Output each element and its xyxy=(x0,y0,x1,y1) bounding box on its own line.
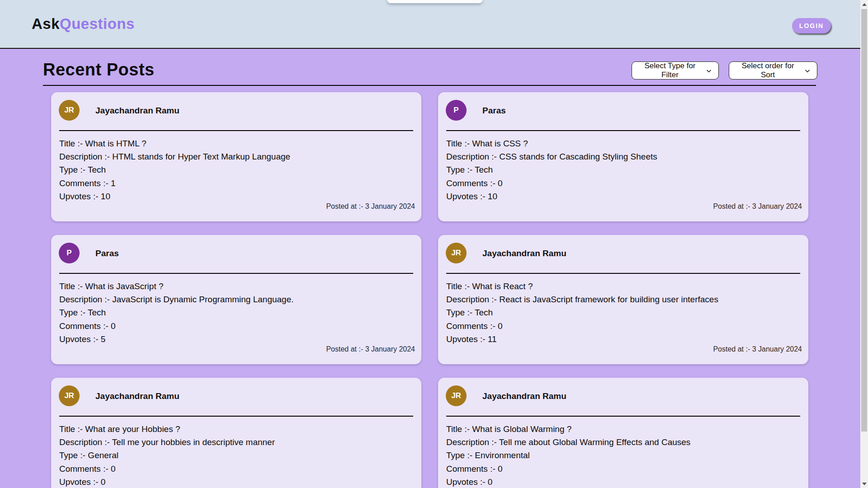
post-date: Posted at :- 3 January 2024 xyxy=(326,345,415,353)
post-details: Title :- What is Global Warming ? Descri… xyxy=(446,422,800,488)
chevron-down-icon xyxy=(804,68,811,74)
post-details: Title :- What is HTML ? Description :- H… xyxy=(59,137,413,203)
post-description-line: Description :- Tell me your hobbies in d… xyxy=(59,436,413,449)
post-type-line: Type :- Tech xyxy=(446,306,800,319)
post-type-line: Type :- Tech xyxy=(446,163,800,176)
post-comments-line: Comments :- 0 xyxy=(59,462,413,475)
post-author: Paras xyxy=(95,249,119,258)
scrollbar-thumb[interactable] xyxy=(861,9,867,432)
post-title-line: Title :- What is JavaScript ? xyxy=(59,280,413,293)
post-details: Title :- What is JavaScript ? Descriptio… xyxy=(59,280,413,346)
card-divider xyxy=(59,130,413,131)
post-upvotes-line: Upvotes :- 0 xyxy=(59,475,413,488)
post-upvotes-line: Upvotes :- 11 xyxy=(446,333,800,346)
post-title-line: Title :- What are your Hobbies ? xyxy=(59,422,413,436)
post-title-line: Title :- What is React ? xyxy=(446,280,800,293)
post-comments-line: Comments :- 0 xyxy=(446,177,800,190)
post-card: JR Jayachandran Ramu Title :- What is HT… xyxy=(51,92,421,221)
post-upvotes-line: Upvotes :- 5 xyxy=(59,333,413,346)
post-card: P Paras Title :- What is CSS ? Descripti… xyxy=(438,92,808,221)
post-card: JR Jayachandran Ramu Title :- What is Re… xyxy=(438,235,808,364)
avatar: P xyxy=(446,100,467,121)
post-comments-line: Comments :- 0 xyxy=(446,319,800,333)
vertical-scrollbar[interactable] xyxy=(860,0,868,488)
scrollbar-down-arrow[interactable] xyxy=(860,480,868,488)
post-upvotes-line: Upvotes :- 10 xyxy=(59,190,413,203)
app-header: AskQuestions LOGIN xyxy=(0,0,860,49)
post-card: P Paras Title :- What is JavaScript ? De… xyxy=(51,235,421,364)
post-card: JR Jayachandran Ramu Title :- What is Gl… xyxy=(438,378,808,488)
post-comments-line: Comments :- 0 xyxy=(59,319,413,333)
post-date: Posted at :- 3 January 2024 xyxy=(326,202,415,211)
filter-type-dropdown[interactable]: Select Type for Filter xyxy=(632,61,719,80)
post-title-line: Title :- What is CSS ? xyxy=(446,137,800,150)
post-description-line: Description :- HTML stands for Hyper Tex… xyxy=(59,150,413,163)
title-divider xyxy=(43,85,816,86)
post-description-line: Description :- Tell me about Global Warm… xyxy=(446,436,800,449)
login-button[interactable]: LOGIN xyxy=(792,18,831,33)
page-title: Recent Posts xyxy=(43,60,155,80)
card-divider xyxy=(446,273,800,274)
post-comments-line: Comments :- 1 xyxy=(59,177,413,190)
avatar: JR xyxy=(446,243,467,263)
avatar: JR xyxy=(59,100,80,121)
post-type-line: Type :- Tech xyxy=(59,163,413,176)
filter-type-label: Select Type for Filter xyxy=(638,61,702,80)
posts-grid: JR Jayachandran Ramu Title :- What is HT… xyxy=(51,92,808,488)
card-divider xyxy=(446,416,800,417)
post-type-line: Type :- General xyxy=(59,449,413,462)
sort-order-dropdown[interactable]: Select order for Sort xyxy=(729,61,817,80)
brand-logo: AskQuestions xyxy=(32,0,135,48)
post-author: Paras xyxy=(482,106,506,116)
post-title-line: Title :- What is Global Warming ? xyxy=(446,422,800,436)
triangle-up-icon xyxy=(862,3,867,6)
post-details: Title :- What is React ? Description :- … xyxy=(446,280,800,346)
sort-order-label: Select order for Sort xyxy=(736,61,800,80)
post-comments-line: Comments :- 0 xyxy=(446,462,800,475)
post-details: Title :- What are your Hobbies ? Descrip… xyxy=(59,422,413,488)
post-author: Jayachandran Ramu xyxy=(95,106,179,116)
card-divider xyxy=(59,273,413,274)
post-description-line: Description :- CSS stands for Cascading … xyxy=(446,150,800,163)
post-author: Jayachandran Ramu xyxy=(482,249,566,258)
scrollbar-up-arrow[interactable] xyxy=(860,0,868,8)
post-date: Posted at :- 3 January 2024 xyxy=(713,345,802,353)
card-divider xyxy=(446,130,800,131)
avatar: P xyxy=(59,243,80,263)
post-type-line: Type :- Environmental xyxy=(446,449,800,462)
post-description-line: Description :- JavaScript is Dynamic Pro… xyxy=(59,293,413,306)
post-author: Jayachandran Ramu xyxy=(95,391,179,401)
avatar: JR xyxy=(59,385,80,406)
card-divider xyxy=(59,416,413,417)
post-upvotes-line: Upvotes :- 0 xyxy=(446,475,800,488)
post-card: JR Jayachandran Ramu Title :- What are y… xyxy=(51,378,421,488)
post-details: Title :- What is CSS ? Description :- CS… xyxy=(446,137,800,203)
triangle-down-icon xyxy=(862,483,867,485)
browser-popup-remnant xyxy=(387,0,482,3)
post-date: Posted at :- 3 January 2024 xyxy=(713,202,802,211)
brand-questions-text: Questions xyxy=(60,15,135,33)
post-type-line: Type :- Tech xyxy=(59,306,413,319)
avatar: JR xyxy=(446,385,467,406)
post-author: Jayachandran Ramu xyxy=(482,391,566,401)
post-title-line: Title :- What is HTML ? xyxy=(59,137,413,150)
brand-ask-text: Ask xyxy=(32,15,60,33)
chevron-down-icon xyxy=(706,68,712,74)
post-upvotes-line: Upvotes :- 10 xyxy=(446,190,800,203)
post-description-line: Description :- React is JavaScript frame… xyxy=(446,293,800,306)
